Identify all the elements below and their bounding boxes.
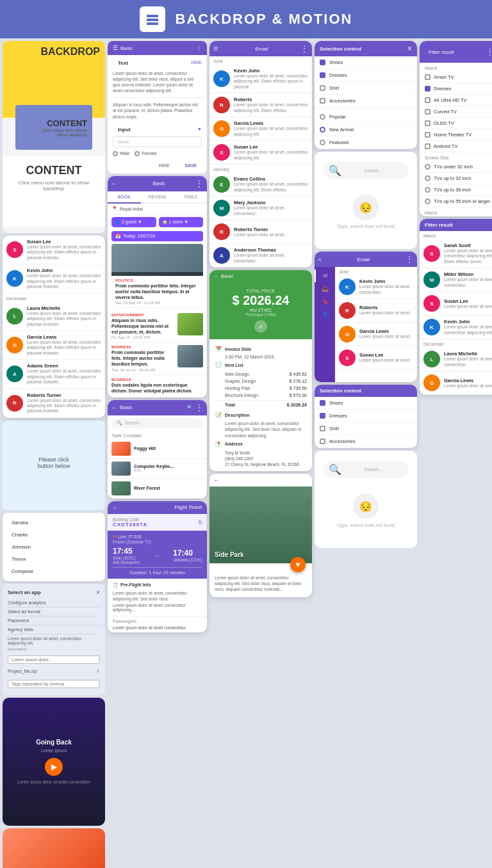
radio-upto39[interactable] xyxy=(425,187,430,193)
email-sidebar-close-icon[interactable]: × xyxy=(318,257,322,262)
filter-label-upto39: TVs up to 39 inch xyxy=(434,187,471,193)
filter-item-dresses: Dresses xyxy=(420,83,492,95)
checkbox-shoes[interactable] xyxy=(320,60,325,65)
checkbox-smart-tv[interactable] xyxy=(425,74,430,80)
analytics-close-icon[interactable]: × xyxy=(96,589,100,596)
checkbox-oled[interactable] xyxy=(425,120,430,126)
email-menu-icon[interactable]: ⋮ xyxy=(300,44,308,53)
filter2-preview: Lorem ipsum dolor sit amet. xyxy=(444,383,492,389)
dropdown-item-sandra[interactable]: Sandra xyxy=(6,517,101,529)
form-hide-action-btn[interactable]: HIDE xyxy=(154,161,175,170)
chat-item: L Laura Michelle Lorem ipsum dolor sit a… xyxy=(3,302,105,331)
search-input[interactable]: Search... xyxy=(125,421,198,425)
sel-item-new-arrival: New Arrival xyxy=(315,124,417,136)
long-list-menu-icon[interactable]: ⋮ xyxy=(195,403,203,412)
radio-popular[interactable] xyxy=(320,114,325,120)
tab-book[interactable]: BOOK xyxy=(108,191,141,204)
analytics-agency[interactable]: Agency Web xyxy=(8,625,100,634)
long-list-search-icon[interactable]: 🔍 xyxy=(187,405,193,410)
checkbox-4k[interactable] xyxy=(425,97,430,103)
long-list-back-icon[interactable]: ← xyxy=(111,405,117,411)
email-nav-bookmark[interactable]: 🔖 xyxy=(315,295,335,308)
email-section-june2: June xyxy=(335,267,417,275)
invoice-back-icon[interactable]: ← xyxy=(213,273,218,279)
analytics-configure[interactable]: Configure analytics xyxy=(8,599,100,607)
radio-under32[interactable] xyxy=(425,164,430,170)
form-name-input[interactable]: Name xyxy=(113,136,202,147)
filter2-section-march: March xyxy=(420,231,492,239)
filter-item-oled: OLED TV xyxy=(420,118,492,129)
tab-times[interactable]: TIMES xyxy=(174,191,207,202)
invoice-amount-section: TOTAL PRICE $ 2026.24 INV-ZT45C Purchase… xyxy=(209,282,312,339)
checkbox-dresses-filter[interactable] xyxy=(425,86,430,92)
chat-name: Roberts Turner xyxy=(27,392,101,398)
filter-header-inner: Filter result ⋮ xyxy=(423,44,492,60)
analytics-placement[interactable]: Placement xyxy=(8,616,100,625)
column-1: BACKDROP CONTENT Click menu icon abovesh… xyxy=(3,41,105,868)
play-button[interactable]: ▶ xyxy=(45,758,63,776)
analytics-desc-input[interactable] xyxy=(8,655,100,664)
guests-select[interactable]: 👤 2 guest ▼ xyxy=(111,217,156,227)
dropdown-item-compose[interactable]: Compose xyxy=(6,565,101,577)
search-input-3[interactable]: Search... xyxy=(344,467,403,472)
nature-back-icon[interactable]: ← xyxy=(213,477,219,483)
selection-close-icon[interactable]: × xyxy=(407,44,412,53)
filter-menu-icon[interactable]: ⋮ xyxy=(486,47,492,56)
search-input-2[interactable]: Search... xyxy=(344,168,403,173)
checkbox-shirt[interactable] xyxy=(320,85,325,91)
tab-review[interactable]: REVIEW xyxy=(141,191,174,202)
app-title: BACKDROP & MOTION xyxy=(176,11,353,28)
radio-female[interactable]: Female xyxy=(135,151,156,156)
analytics-file-close-icon[interactable]: × xyxy=(96,668,100,675)
booking-copy-icon[interactable]: ⎘ xyxy=(199,519,202,526)
email-nav-unread[interactable]: ✉ xyxy=(315,269,335,282)
dropdown-item-charlie[interactable]: Charlie xyxy=(6,529,101,541)
oops-card-1: 🔍 Search... 😔 Opps, search does not foun… xyxy=(315,152,417,249)
checkbox-accessories[interactable] xyxy=(320,98,325,104)
radio-upto32[interactable] xyxy=(425,175,430,181)
form-hide-btn[interactable]: HIDE xyxy=(191,60,202,65)
nature-fab-button[interactable]: ♥ xyxy=(290,557,306,572)
search-bar-2: 🔍 Search... xyxy=(324,162,408,179)
avatar: K xyxy=(339,278,356,295)
flight-back-icon[interactable]: ← xyxy=(113,504,119,511)
news-article-image-2 xyxy=(177,313,203,335)
radio-55plus[interactable] xyxy=(425,198,430,204)
sel-label-accessories: Accessories xyxy=(329,98,355,104)
news-menu-icon[interactable]: ⋮ xyxy=(195,179,203,188)
news-article-2: ENTERTAINMENT Aliquam in risus odio. Pel… xyxy=(108,310,207,342)
checkbox-curved[interactable] xyxy=(425,109,430,115)
checkbox-sel2-1[interactable] xyxy=(320,400,325,406)
checkbox-sel2-4[interactable] xyxy=(320,438,325,444)
email-nav-social[interactable]: 👤 xyxy=(315,308,335,321)
rooms-select[interactable]: 🏠 1 room ▼ xyxy=(159,217,204,227)
checkbox-sel2-3[interactable] xyxy=(320,426,325,431)
filter-item-curved: Curved TV xyxy=(420,106,492,118)
invoice-line-1: Web Design $ 435.62 xyxy=(215,371,307,378)
email-nav-inbox[interactable]: 📥 xyxy=(315,282,335,295)
form-save-btn[interactable]: SAVE xyxy=(179,161,202,170)
checkbox-android[interactable] xyxy=(425,143,430,149)
invoice-desc-icon: 📝 xyxy=(215,411,222,419)
passenger-info: Lorem ipsum dolor sit amet consectetur xyxy=(113,625,202,630)
cocktails-card: Table Cocktails Lorem ipsum dolor sit am… xyxy=(3,828,105,868)
radio-featured[interactable] xyxy=(320,140,325,145)
analytics-select-ad[interactable]: Select ad format xyxy=(8,607,100,616)
pre-flight-text: Lorem ipsum dolor sit amet, consectetur … xyxy=(113,590,202,602)
filter-phone-2: Filter result March S Sarah Scott Lorem … xyxy=(420,219,492,395)
checkbox-home-theater[interactable] xyxy=(425,132,430,138)
news-tabs: BOOK REVIEW TIMES xyxy=(108,191,207,204)
avatar: A xyxy=(213,247,230,264)
radio-new-arrival[interactable] xyxy=(320,127,325,133)
filter2-name: Laura Michelle xyxy=(444,351,492,357)
dropdown-item-johnson[interactable]: Johnson xyxy=(6,541,101,553)
invoice-phone: ← Basic TOTAL PRICE $ 2026.24 INV-ZT45C … xyxy=(209,270,312,471)
dropdown-item-trevor[interactable]: Trevor xyxy=(6,553,101,565)
oops-card-2: 🔍 Search... 😔 Opps, search does not foun… xyxy=(315,451,417,548)
checkbox-dresses[interactable] xyxy=(320,72,325,78)
email-sidebar-menu-icon[interactable]: ⋮ xyxy=(406,255,413,264)
filter2-item: S Sarah Scott Lorem ipsum dolor sit amet… xyxy=(420,239,492,268)
checkbox-sel2-2[interactable] xyxy=(320,413,325,419)
analytics-tags-input[interactable] xyxy=(8,680,100,688)
radio-male[interactable]: Male xyxy=(113,151,129,156)
